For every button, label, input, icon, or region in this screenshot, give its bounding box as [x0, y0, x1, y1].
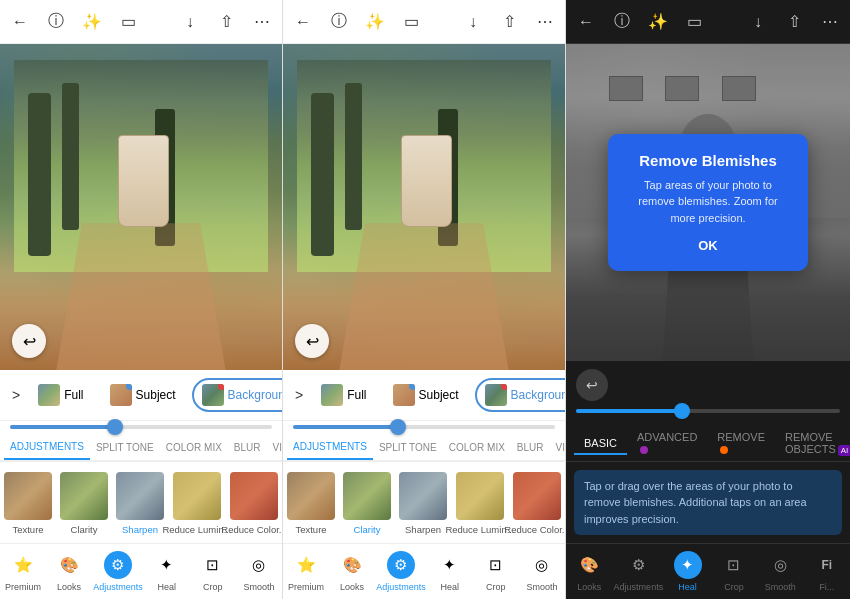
bottom-label-looks-1: Looks	[57, 582, 81, 592]
bottom-crop-r[interactable]: ⊡ Crop	[712, 551, 756, 592]
sel-tab-full-1[interactable]: Full	[28, 378, 93, 412]
bottom-adjustments-r[interactable]: ⚙ Adjustments	[614, 551, 664, 592]
magic-icon-r[interactable]: ✨	[646, 10, 670, 34]
back-icon[interactable]: ←	[8, 10, 32, 34]
slider-thumb-r[interactable]	[674, 403, 690, 419]
tab-vignette-2[interactable]: VIGNETTE	[550, 436, 566, 459]
bottom-label-fi-r: Fi...	[819, 582, 834, 592]
more-icon-r[interactable]: ⋯	[818, 10, 842, 34]
share-icon-2[interactable]: ⇧	[497, 10, 521, 34]
expand-arrow-1[interactable]: >	[10, 385, 22, 405]
tool-texture-2[interactable]: Texture	[283, 462, 339, 543]
bottom-smooth-1[interactable]: ◎ Smooth	[237, 551, 281, 592]
tool-clarity-1[interactable]: Clarity	[56, 462, 112, 543]
sel-tab-full-2[interactable]: Full	[311, 378, 376, 412]
info-icon-r[interactable]: ⓘ	[610, 10, 634, 34]
tool-texture-1[interactable]: Texture	[0, 462, 56, 543]
bottom-premium-2[interactable]: ⭐ Premium	[284, 551, 328, 592]
heal-tab-remove[interactable]: REMOVE	[707, 425, 775, 461]
undo-button-r[interactable]: ↩	[576, 369, 608, 401]
undo-button-2[interactable]: ↩	[295, 324, 329, 358]
back-icon-2[interactable]: ←	[291, 10, 315, 34]
bottom-label-smooth-r: Smooth	[765, 582, 796, 592]
download-icon[interactable]: ↓	[178, 10, 202, 34]
slider-track-1[interactable]	[10, 425, 272, 429]
expand-arrow-2[interactable]: >	[293, 385, 305, 405]
heal-tab-advanced[interactable]: ADVANCED	[627, 425, 707, 461]
slider-thumb-1[interactable]	[107, 419, 123, 435]
sel-tab-background-2[interactable]: Background	[475, 378, 566, 412]
bottom-adjustments-1[interactable]: ⚙ Adjustments	[93, 551, 143, 592]
bottom-looks-1[interactable]: 🎨 Looks	[47, 551, 91, 592]
sel-tab-subject-2[interactable]: Subject	[383, 378, 469, 412]
heal-tab-basic[interactable]: BASIC	[574, 431, 627, 455]
sel-label-bg-1: Background	[228, 388, 283, 402]
ai-badge: AI	[838, 445, 850, 456]
bottom-adjustments-2[interactable]: ⚙ Adjustments	[376, 551, 426, 592]
tool-reducelum-1[interactable]: Reduce Lumin...	[168, 462, 226, 543]
tab-adjustments-1[interactable]: ADJUSTMENTS	[4, 435, 90, 460]
more-icon[interactable]: ⋯	[250, 10, 274, 34]
magic-icon-2[interactable]: ✨	[363, 10, 387, 34]
slider-track-r[interactable]	[576, 409, 840, 413]
smooth-icon-r: ◎	[766, 551, 794, 579]
tab-blur-1[interactable]: BLUR	[228, 436, 267, 459]
tool-reducelum-2[interactable]: Reduce Lumin...	[451, 462, 509, 543]
dialog-body: Tap areas of your photo to remove blemis…	[628, 177, 788, 227]
bottom-crop-1[interactable]: ⊡ Crop	[191, 551, 235, 592]
sel-thumb-full-1	[38, 384, 60, 406]
bottom-smooth-r[interactable]: ◎ Smooth	[758, 551, 802, 592]
tab-vignette-1[interactable]: VIGNETTE	[267, 436, 283, 459]
bottom-fi-r[interactable]: Fi Fi...	[805, 551, 849, 592]
tab-adjustments-2[interactable]: ADJUSTMENTS	[287, 435, 373, 460]
looks-icon-1: 🎨	[55, 551, 83, 579]
download-icon-r[interactable]: ↓	[746, 10, 770, 34]
bottom-heal-2[interactable]: ✦ Heal	[428, 551, 472, 592]
dialog-ok-button[interactable]: OK	[628, 238, 788, 253]
bottom-smooth-2[interactable]: ◎ Smooth	[520, 551, 564, 592]
sel-tab-subject-1[interactable]: Subject	[100, 378, 186, 412]
share-icon-r[interactable]: ⇧	[782, 10, 806, 34]
info-icon-2[interactable]: ⓘ	[327, 10, 351, 34]
tab-splittone-1[interactable]: SPLIT TONE	[90, 436, 160, 459]
tab-blur-2[interactable]: BLUR	[511, 436, 550, 459]
slider-thumb-2[interactable]	[390, 419, 406, 435]
panels-icon[interactable]: ▭	[116, 10, 140, 34]
heal-icon-2: ✦	[436, 551, 464, 579]
sel-tab-background-1[interactable]: Background	[192, 378, 283, 412]
bottom-premium-1[interactable]: ⭐ Premium	[1, 551, 45, 592]
bottom-heal-r[interactable]: ✦ Heal	[666, 551, 710, 592]
back-icon-r[interactable]: ←	[574, 10, 598, 34]
dialog-overlay: Remove Blemishes Tap areas of your photo…	[566, 44, 850, 361]
undo-button-1[interactable]: ↩	[12, 324, 46, 358]
info-icon[interactable]: ⓘ	[44, 10, 68, 34]
panels-icon-2[interactable]: ▭	[399, 10, 423, 34]
bottom-looks-2[interactable]: 🎨 Looks	[330, 551, 374, 592]
tool-thumb-texture-2	[287, 472, 335, 520]
panel-1: ← ⓘ ✨ ▭ ↓ ⇧ ⋯ ↩ > Full	[0, 0, 283, 599]
heal-icon-r: ✦	[674, 551, 702, 579]
tool-sharpen-1[interactable]: Sharpen	[112, 462, 168, 543]
slider-track-2[interactable]	[293, 425, 555, 429]
share-icon[interactable]: ⇧	[214, 10, 238, 34]
bottom-crop-2[interactable]: ⊡ Crop	[474, 551, 518, 592]
slider-fill-1	[10, 425, 115, 429]
tab-splittone-2[interactable]: SPLIT TONE	[373, 436, 443, 459]
download-icon-2[interactable]: ↓	[461, 10, 485, 34]
premium-icon-1: ⭐	[9, 551, 37, 579]
more-icon-2[interactable]: ⋯	[533, 10, 557, 34]
heal-tab-remove-objects[interactable]: REMOVE OBJECTSAI	[775, 425, 850, 461]
bottom-label-smooth-1: Smooth	[243, 582, 274, 592]
magic-icon[interactable]: ✨	[80, 10, 104, 34]
tool-clarity-2[interactable]: Clarity	[339, 462, 395, 543]
panels-icon-r[interactable]: ▭	[682, 10, 706, 34]
tab-colormix-1[interactable]: COLOR MIX	[160, 436, 228, 459]
tool-sharpen-2[interactable]: Sharpen	[395, 462, 451, 543]
tab-colormix-2[interactable]: COLOR MIX	[443, 436, 511, 459]
tool-reducecolor-2[interactable]: Reduce Color...	[509, 462, 565, 543]
slider-fill-2	[293, 425, 398, 429]
bottom-looks-r[interactable]: 🎨 Looks	[567, 551, 611, 592]
adjustments-icon-r: ⚙	[624, 551, 652, 579]
tool-reducecolor-1[interactable]: Reduce Color...	[226, 462, 282, 543]
bottom-heal-1[interactable]: ✦ Heal	[145, 551, 189, 592]
